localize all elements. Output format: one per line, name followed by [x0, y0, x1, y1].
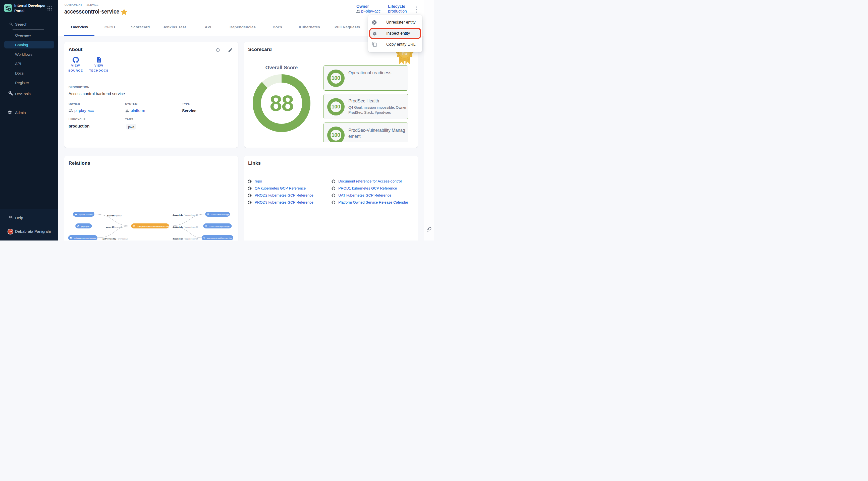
svg-text:dependsOn / dependencyOf: dependsOn / dependencyOf — [173, 214, 198, 216]
svg-text:?: ? — [10, 216, 11, 218]
svg-text:hasPart / partOf: hasPart / partOf — [107, 215, 122, 217]
svg-text:component:accesscontrol-servic: component:accesscontrol-service — [137, 225, 169, 227]
svg-text:apiProvidedBy / providesApi: apiProvidedBy / providesApi — [102, 238, 128, 240]
svg-text:dependsOn / dependencyOf: dependsOn / dependencyOf — [173, 238, 198, 240]
svg-text:dependsOn / dependencyOf: dependsOn / dependencyOf — [173, 226, 198, 228]
svg-text:ownerOf / ownedBy: ownerOf / ownedBy — [106, 226, 123, 228]
svg-text:component:platform-service: component:platform-service — [207, 237, 232, 239]
svg-text:api:accesscontrol-service: api:accesscontrol-service — [74, 237, 96, 239]
svg-text:pl-play-acc: pl-play-acc — [81, 225, 91, 227]
svg-text:component:ng-manager: component:ng-manager — [209, 225, 230, 227]
svg-text:component:manager: component:manager — [211, 214, 229, 216]
svg-text:system:platform: system:platform — [79, 214, 93, 216]
